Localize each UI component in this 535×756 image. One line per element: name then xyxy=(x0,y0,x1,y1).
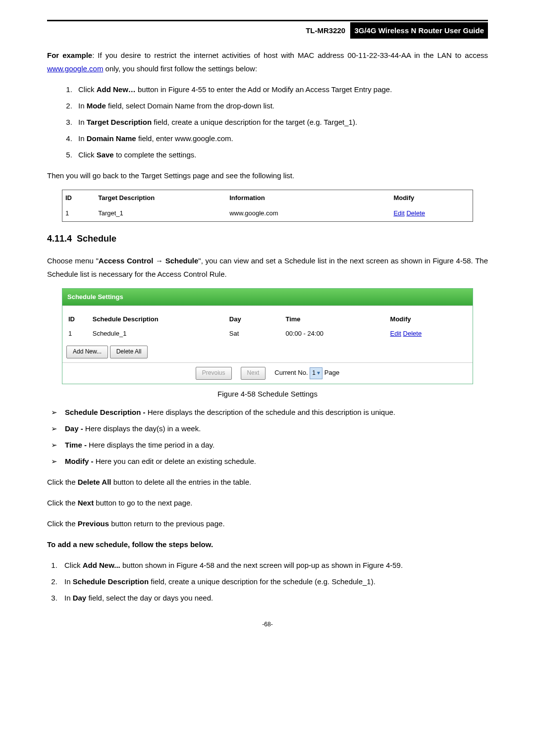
step-1: Click Add New... button shown in Figure … xyxy=(59,558,488,572)
cell-desc: Schedule_1 xyxy=(91,326,227,341)
page-select[interactable]: 1 ▾ xyxy=(310,367,322,379)
figure-caption: Figure 4-58 Schedule Settings xyxy=(47,387,488,401)
t: In xyxy=(78,101,87,110)
panel-title: Schedule Settings xyxy=(62,289,473,305)
edit-link[interactable]: Edit xyxy=(390,330,401,337)
t: Here displays the day(s) in a week. xyxy=(83,424,201,433)
t: Next xyxy=(78,499,94,507)
t: In xyxy=(78,118,87,126)
t: Target Description xyxy=(87,118,152,126)
t: field, select Domain Name from the drop-… xyxy=(106,101,274,110)
cell-desc: Target_1 xyxy=(95,205,226,221)
step-2: In Schedule Description field, create a … xyxy=(59,575,488,588)
page-value: 1 xyxy=(312,369,316,376)
cell-info: www.google.com xyxy=(226,205,390,221)
arrow-icon: → xyxy=(153,256,165,265)
field-description-list: Schedule Description - Here displays the… xyxy=(51,405,488,468)
add-steps-list: Click Add New... button shown in Figure … xyxy=(59,558,488,605)
t: button return to the previous page. xyxy=(109,519,225,528)
col-modify: Modify xyxy=(390,190,473,205)
intro-paragraph: For example: If you desire to restrict t… xyxy=(47,49,488,75)
delete-link[interactable]: Delete xyxy=(403,330,422,337)
t: Schedule xyxy=(165,256,199,265)
click-line-1: Click the Delete All button to delete al… xyxy=(47,475,488,489)
step-3: In Target Description field, create a un… xyxy=(74,115,488,129)
t: Time - xyxy=(65,441,87,449)
guide-title: 3G/4G Wireless N Router User Guide xyxy=(350,22,488,39)
click-line-3: Click the Previous button return to the … xyxy=(47,517,488,530)
col-desc: Schedule Description xyxy=(91,312,227,326)
t: button in Figure 4-55 to enter the Add o… xyxy=(136,85,392,94)
t: Here you can edit or delete an existing … xyxy=(94,457,257,465)
cell-day: Sat xyxy=(227,326,284,341)
table-row: 1 Target_1 www.google.com Edit Delete xyxy=(62,205,473,221)
cell-modify: Edit Delete xyxy=(390,205,473,221)
t: button shown in Figure 4-58 and the next… xyxy=(120,561,403,569)
t: Delete All xyxy=(78,478,111,486)
schedule-intro: Choose menu "Access Control → Schedule",… xyxy=(47,254,488,281)
schedule-settings-panel: Schedule Settings ID Schedule Descriptio… xyxy=(62,288,473,384)
table-header-row: ID Target Description Information Modify xyxy=(62,190,473,205)
step-4: In Domain Name field, enter www.google.c… xyxy=(74,132,488,145)
model-label: TL-MR3220 xyxy=(303,25,348,36)
intro-text-1: : If you desire to restrict the internet… xyxy=(92,51,488,59)
t: Choose menu " xyxy=(47,256,99,265)
t: Click xyxy=(78,151,97,159)
cell-time: 00:00 - 24:00 xyxy=(283,326,388,341)
t: button to delete all the entries in the … xyxy=(111,478,252,486)
current-no-label: Current No. xyxy=(274,369,308,376)
google-link[interactable]: www.google.com xyxy=(47,64,103,73)
col-day: Day xyxy=(227,312,284,326)
t: Click the xyxy=(47,499,78,507)
next-button[interactable]: Next xyxy=(241,367,266,380)
page-label: Page xyxy=(324,369,339,376)
t: Add New... xyxy=(83,561,120,569)
add-new-button[interactable]: Add New... xyxy=(66,346,108,358)
page-header: TL-MR3220 3G/4G Wireless N Router User G… xyxy=(47,22,488,39)
section-number: 4.11.4 xyxy=(47,234,72,244)
t: field, create a unique description for t… xyxy=(149,577,375,586)
t: Click the xyxy=(47,519,78,528)
panel-footer: Prevoius Next Current No. 1 ▾ Page xyxy=(62,362,473,384)
col-desc: Target Description xyxy=(95,190,226,205)
step-3: In Day field, select the day or days you… xyxy=(59,591,488,605)
target-table-figure: ID Target Description Information Modify… xyxy=(62,190,473,222)
col-id: ID xyxy=(66,312,91,326)
step-2: In Mode field, select Domain Name from t… xyxy=(74,99,488,112)
list-item: Day - Here displays the day(s) in a week… xyxy=(51,422,488,435)
t: Here displays the time period in a day. xyxy=(87,441,214,449)
section-title: Schedule xyxy=(77,234,116,244)
t: field, create a unique description for t… xyxy=(152,118,357,126)
t: Schedule Description - xyxy=(65,408,146,416)
t: In xyxy=(64,594,73,602)
previous-button[interactable]: Prevoius xyxy=(196,367,232,380)
t: In xyxy=(64,577,73,586)
t: Mode xyxy=(87,101,106,110)
t: Add New… xyxy=(97,85,136,94)
table-header-row: ID Schedule Description Day Time Modify xyxy=(66,312,469,326)
col-info: Information xyxy=(226,190,390,205)
t: field, select the day or days you need. xyxy=(86,594,213,602)
cell-modify: Edit Delete xyxy=(388,326,469,341)
header-rule xyxy=(47,20,488,21)
edit-link[interactable]: Edit xyxy=(393,209,404,217)
t: Save xyxy=(97,151,114,159)
delete-link[interactable]: Delete xyxy=(406,209,425,217)
list-item: Time - Here displays the time period in … xyxy=(51,438,488,452)
t: Here displays the description of the sch… xyxy=(146,408,395,416)
example-steps-list: Click Add New… button in Figure 4-55 to … xyxy=(74,83,488,161)
delete-all-button[interactable]: Delete All xyxy=(110,346,148,358)
t: Modify - xyxy=(65,457,94,465)
step-1: Click Add New… button in Figure 4-55 to … xyxy=(74,83,488,96)
t: button to go to the next page. xyxy=(94,499,192,507)
col-time: Time xyxy=(283,312,388,326)
t: Click xyxy=(64,561,83,569)
intro-lead: For example xyxy=(47,51,92,59)
page-number: -68- xyxy=(47,619,488,630)
list-item: Modify - Here you can edit or delete an … xyxy=(51,454,488,468)
t: Access Control xyxy=(99,256,154,265)
t: Schedule Description xyxy=(73,577,149,586)
t: Previous xyxy=(78,519,109,528)
t: Click the xyxy=(47,478,78,486)
click-line-2: Click the Next button to go to the next … xyxy=(47,496,488,509)
